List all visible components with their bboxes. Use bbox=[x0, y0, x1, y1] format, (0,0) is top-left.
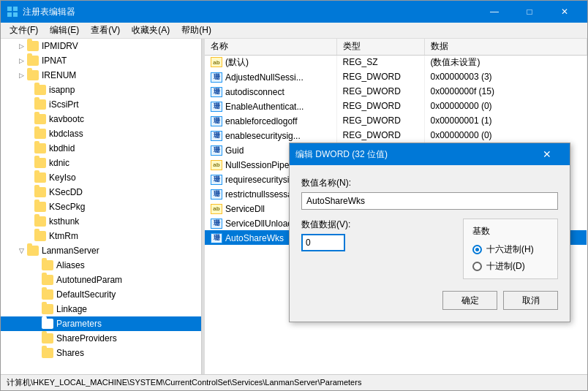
name-input[interactable] bbox=[301, 192, 558, 210]
value-label: 数值数据(V): bbox=[301, 219, 454, 231]
dialog-close-button[interactable]: ✕ bbox=[530, 143, 564, 165]
dialog-overlay: 编辑 DWORD (32 位值) ✕ 数值名称(N): 数值数据(V): 基数 bbox=[0, 0, 588, 391]
radio-group: 十六进制(H) 十进制(D) bbox=[472, 243, 549, 273]
dialog-body: 数值名称(N): 数值数据(V): 基数 十六进制(H) bbox=[290, 165, 570, 322]
value-input-container bbox=[301, 234, 454, 251]
dialog-title: 编辑 DWORD (32 位值) bbox=[295, 148, 530, 161]
radio-dec[interactable]: 十进制(D) bbox=[472, 260, 549, 273]
dialog-buttons: 确定 取消 bbox=[301, 291, 558, 310]
base-section: 基数 十六进制(H) 十进制(D) bbox=[463, 219, 558, 279]
radio-dec-label: 十进制(D) bbox=[486, 260, 525, 273]
value-input[interactable] bbox=[301, 234, 345, 251]
dialog-row: 数值数据(V): 基数 十六进制(H) 十进制(D) bbox=[301, 219, 558, 279]
radio-hex[interactable]: 十六进制(H) bbox=[472, 243, 549, 256]
base-title: 基数 bbox=[472, 225, 549, 238]
radio-dec-circle bbox=[472, 262, 482, 271]
radio-hex-label: 十六进制(H) bbox=[486, 243, 534, 256]
dialog-title-bar: 编辑 DWORD (32 位值) ✕ bbox=[290, 143, 570, 165]
name-label: 数值名称(N): bbox=[301, 177, 558, 189]
confirm-button[interactable]: 确定 bbox=[442, 291, 497, 310]
value-section: 数值数据(V): bbox=[301, 219, 454, 251]
edit-dword-dialog: 编辑 DWORD (32 位值) ✕ 数值名称(N): 数值数据(V): 基数 bbox=[289, 143, 570, 322]
cancel-button[interactable]: 取消 bbox=[503, 291, 558, 310]
radio-hex-circle bbox=[472, 245, 482, 254]
